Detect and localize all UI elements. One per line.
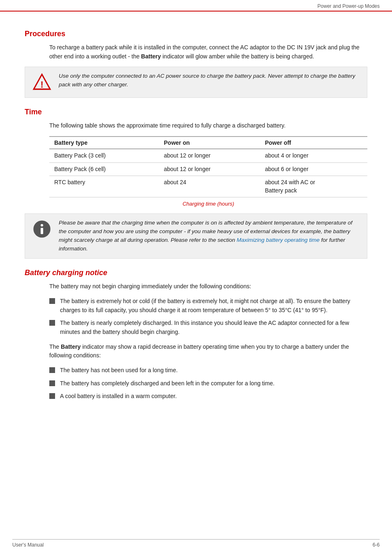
page-footer: User's Manual 6-6 <box>12 539 380 548</box>
main-content: Procedures To recharge a battery pack wh… <box>0 12 392 431</box>
top-bar: Power and Power-up Modes <box>0 0 392 12</box>
bullet-icon <box>49 367 55 373</box>
header-title: Power and Power-up Modes <box>318 3 380 9</box>
table-row: Battery Pack (3 cell) about 12 or longer… <box>49 149 367 162</box>
battery-bullets-2: The battery has not been used for a long… <box>49 366 367 401</box>
col-header-power-on: Power on <box>159 137 260 149</box>
battery-notice-title: Battery charging notice <box>25 269 367 277</box>
time-title: Time <box>25 108 367 116</box>
list-item: The battery has completely discharged an… <box>49 379 367 388</box>
battery-mid-text: The Battery indicator may show a rapid d… <box>49 343 367 360</box>
cell-battery-type-1: Battery Pack (3 cell) <box>49 149 159 162</box>
cell-power-off-3: about 24 with AC orBattery pack <box>260 176 367 197</box>
info-box: Please be aware that the charging time w… <box>25 213 367 259</box>
warning-icon: ! <box>32 72 52 93</box>
footer-right: 6-6 <box>373 542 380 548</box>
cell-battery-type-3: RTC battery <box>49 176 159 197</box>
charging-table: Battery type Power on Power off Battery … <box>49 136 367 197</box>
list-item: The battery is nearly completely dischar… <box>49 319 367 336</box>
col-header-power-off: Power off <box>260 137 367 149</box>
list-item: The battery has not been used for a long… <box>49 366 367 375</box>
col-header-battery-type: Battery type <box>49 137 159 149</box>
info-text: Please be aware that the charging time w… <box>59 219 360 253</box>
list-item: The battery is extremely hot or cold (if… <box>49 297 367 315</box>
battery-bullets-1: The battery is extremely hot or cold (if… <box>49 297 367 337</box>
cell-power-off-1: about 4 or longer <box>260 149 367 162</box>
footer-left: User's Manual <box>12 542 44 548</box>
info-icon <box>32 219 52 239</box>
battery-notice-intro: The battery may not begin charging immed… <box>49 282 367 291</box>
charging-table-wrapper: Battery type Power on Power off Battery … <box>49 136 367 207</box>
caution-box: ! Use only the computer connected to an … <box>25 67 367 98</box>
svg-text:!: ! <box>40 80 43 90</box>
list-item: A cool battery is installed in a warm co… <box>49 392 367 401</box>
bullet-icon <box>49 393 55 399</box>
table-row: RTC battery about 24 about 24 with AC or… <box>49 176 367 197</box>
cell-power-on-2: about 12 or longer <box>159 162 260 176</box>
maximizing-link[interactable]: Maximizing battery operating time <box>237 237 320 243</box>
caution-text: Use only the computer connected to an AC… <box>59 72 360 89</box>
bullet-icon <box>49 298 55 304</box>
table-row: Battery Pack (6 cell) about 12 or longer… <box>49 162 367 176</box>
cell-battery-type-2: Battery Pack (6 cell) <box>49 162 159 176</box>
cell-power-on-3: about 24 <box>159 176 260 197</box>
cell-power-off-2: about 6 or longer <box>260 162 367 176</box>
table-caption: Charging time (hours) <box>49 201 367 207</box>
svg-rect-4 <box>41 228 43 234</box>
procedures-body: To recharge a battery pack while it is i… <box>49 43 367 61</box>
cell-power-on-1: about 12 or longer <box>159 149 260 162</box>
svg-point-3 <box>41 224 43 227</box>
time-intro: The following table shows the approximat… <box>49 121 367 130</box>
bullet-icon <box>49 320 55 326</box>
procedures-title: Procedures <box>25 30 367 38</box>
bullet-icon <box>49 380 55 386</box>
